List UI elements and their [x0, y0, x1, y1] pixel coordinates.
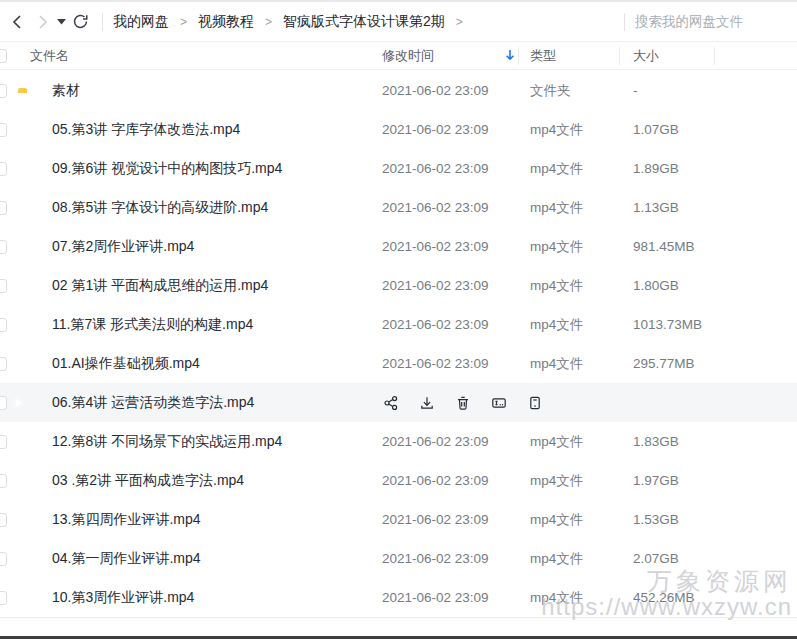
file-modified: 2021-06-02 23:09	[382, 422, 489, 461]
row-checkbox[interactable]	[0, 162, 7, 176]
row-checkbox[interactable]	[0, 552, 7, 566]
file-name[interactable]: 03 .第2讲 平面构成造字法.mp4	[52, 461, 244, 500]
row-checkbox[interactable]	[0, 201, 7, 215]
file-name[interactable]: 02 第1讲 平面构成思维的运用.mp4	[52, 266, 268, 305]
column-divider	[714, 47, 715, 65]
row-checkbox[interactable]	[0, 513, 7, 527]
file-name[interactable]: 13.第四周作业评讲.mp4	[52, 500, 201, 539]
window-top-edge	[0, 0, 797, 2]
history-dropdown-icon[interactable]	[54, 9, 68, 35]
file-row[interactable]: 11.第7课 形式美法则的构建.mp4 2021-06-02 23:09 mp4…	[0, 305, 797, 344]
table-header: 文件名 修改时间 类型 大小	[0, 41, 797, 70]
back-button[interactable]	[6, 9, 30, 35]
row-checkbox[interactable]	[0, 84, 7, 98]
column-divider	[619, 47, 620, 65]
row-checkbox[interactable]	[0, 318, 7, 332]
file-row[interactable]: 06.第4讲 运营活动类造字法.mp4	[0, 383, 797, 422]
file-name[interactable]: 01.AI操作基础视频.mp4	[52, 344, 200, 383]
file-modified: 2021-06-02 23:09	[382, 305, 489, 344]
file-size: 1.83GB	[633, 422, 679, 461]
more-icon[interactable]	[526, 394, 544, 412]
file-row[interactable]: 13.第四周作业评讲.mp4 2021-06-02 23:09 mp4文件 1.…	[0, 500, 797, 539]
file-name[interactable]: 素材	[52, 71, 80, 110]
file-list: 素材 2021-06-02 23:09 文件夹 -	[0, 71, 797, 618]
file-type: mp4文件	[530, 305, 583, 344]
file-name[interactable]: 10.第3周作业评讲.mp4	[52, 578, 194, 617]
netdisk-file-manager: 我的网盘 > 视频教程 > 智疯版式字体设计课第2期 > 文件名 修改时间 类型…	[0, 0, 797, 639]
file-row[interactable]: 07.第2周作业评讲.mp4 2021-06-02 23:09 mp4文件 98…	[0, 227, 797, 266]
file-name[interactable]: 12.第8讲 不同场景下的实战运用.mp4	[52, 422, 282, 461]
row-checkbox[interactable]	[0, 591, 7, 605]
column-header-name[interactable]: 文件名	[30, 42, 69, 70]
forward-button[interactable]	[30, 9, 54, 35]
row-hover-actions	[382, 394, 544, 412]
file-row[interactable]: 04.第一周作业评讲.mp4 2021-06-02 23:09 mp4文件 2.…	[0, 539, 797, 578]
file-modified: 2021-06-02 23:09	[382, 461, 489, 500]
row-checkbox[interactable]	[0, 279, 7, 293]
file-name[interactable]: 09.第6讲 视觉设计中的构图技巧.mp4	[52, 149, 282, 188]
file-type: 文件夹	[530, 71, 571, 110]
column-header-type[interactable]: 类型	[530, 42, 556, 70]
row-checkbox[interactable]	[0, 435, 7, 449]
search-divider	[624, 13, 625, 31]
breadcrumb-item-current-folder[interactable]: 智疯版式字体设计课第2期	[283, 13, 445, 31]
file-modified: 2021-06-02 23:09	[382, 149, 489, 188]
file-type: mp4文件	[530, 578, 583, 617]
file-modified: 2021-06-02 23:09	[382, 266, 489, 305]
file-size: 2.07GB	[633, 539, 679, 578]
file-size: 1.13GB	[633, 188, 679, 227]
file-size: 1.07GB	[633, 110, 679, 149]
file-type: mp4文件	[530, 227, 583, 266]
file-name[interactable]: 05.第3讲 字库字体改造法.mp4	[52, 110, 240, 149]
file-name[interactable]: 11.第7课 形式美法则的构建.mp4	[52, 305, 253, 344]
file-modified: 2021-06-02 23:09	[382, 344, 489, 383]
select-all-checkbox[interactable]	[0, 49, 7, 63]
file-size: -	[633, 71, 638, 110]
file-modified: 2021-06-02 23:09	[382, 539, 489, 578]
breadcrumb: 我的网盘 > 视频教程 > 智疯版式字体设计课第2期 >	[113, 13, 463, 31]
file-row[interactable]: 02 第1讲 平面构成思维的运用.mp4 2021-06-02 23:09 mp…	[0, 266, 797, 305]
file-modified: 2021-06-02 23:09	[382, 500, 489, 539]
file-modified: 2021-06-02 23:09	[382, 71, 489, 110]
file-type: mp4文件	[530, 422, 583, 461]
breadcrumb-item-video-tutorials[interactable]: 视频教程	[198, 13, 254, 31]
file-row[interactable]: 05.第3讲 字库字体改造法.mp4 2021-06-02 23:09 mp4文…	[0, 110, 797, 149]
file-row[interactable]: 03 .第2讲 平面构成造字法.mp4 2021-06-02 23:09 mp4…	[0, 461, 797, 500]
breadcrumb-separator: >	[456, 15, 463, 29]
file-name[interactable]: 07.第2周作业评讲.mp4	[52, 227, 194, 266]
file-size: 295.77MB	[633, 344, 695, 383]
delete-icon[interactable]	[454, 394, 472, 412]
breadcrumb-separator: >	[180, 15, 187, 29]
file-name[interactable]: 04.第一周作业评讲.mp4	[52, 539, 201, 578]
file-row[interactable]: 素材 2021-06-02 23:09 文件夹 -	[0, 71, 797, 110]
file-size: 981.45MB	[633, 227, 695, 266]
search-input[interactable]	[635, 14, 787, 29]
breadcrumb-item-my-drive[interactable]: 我的网盘	[113, 13, 169, 31]
row-checkbox[interactable]	[0, 474, 7, 488]
search-area	[614, 13, 787, 31]
file-row[interactable]: 12.第8讲 不同场景下的实战运用.mp4 2021-06-02 23:09 m…	[0, 422, 797, 461]
column-header-modified[interactable]: 修改时间	[382, 42, 434, 70]
file-size: 1.80GB	[633, 266, 679, 305]
file-size: 452.26MB	[633, 578, 695, 617]
refresh-icon[interactable]	[68, 9, 92, 35]
file-modified: 2021-06-02 23:09	[382, 110, 489, 149]
file-row[interactable]: 08.第5讲 字体设计的高级进阶.mp4 2021-06-02 23:09 mp…	[0, 188, 797, 227]
file-row[interactable]: 09.第6讲 视觉设计中的构图技巧.mp4 2021-06-02 23:09 m…	[0, 149, 797, 188]
column-header-size[interactable]: 大小	[633, 42, 659, 70]
sort-desc-icon[interactable]	[505, 49, 515, 65]
download-icon[interactable]	[418, 394, 436, 412]
file-row[interactable]: 01.AI操作基础视频.mp4 2021-06-02 23:09 mp4文件 2…	[0, 344, 797, 383]
row-checkbox[interactable]	[0, 123, 7, 137]
row-checkbox[interactable]	[0, 396, 7, 410]
file-name[interactable]: 06.第4讲 运营活动类造字法.mp4	[52, 383, 254, 422]
file-modified: 2021-06-02 23:09	[382, 227, 489, 266]
row-checkbox[interactable]	[0, 240, 7, 254]
file-row[interactable]: 10.第3周作业评讲.mp4 2021-06-02 23:09 mp4文件 45…	[0, 578, 797, 617]
row-checkbox[interactable]	[0, 357, 7, 371]
file-type: mp4文件	[530, 500, 583, 539]
share-icon[interactable]	[382, 394, 400, 412]
rename-icon[interactable]	[490, 394, 508, 412]
file-name[interactable]: 08.第5讲 字体设计的高级进阶.mp4	[52, 188, 268, 227]
file-size: 1.53GB	[633, 500, 679, 539]
